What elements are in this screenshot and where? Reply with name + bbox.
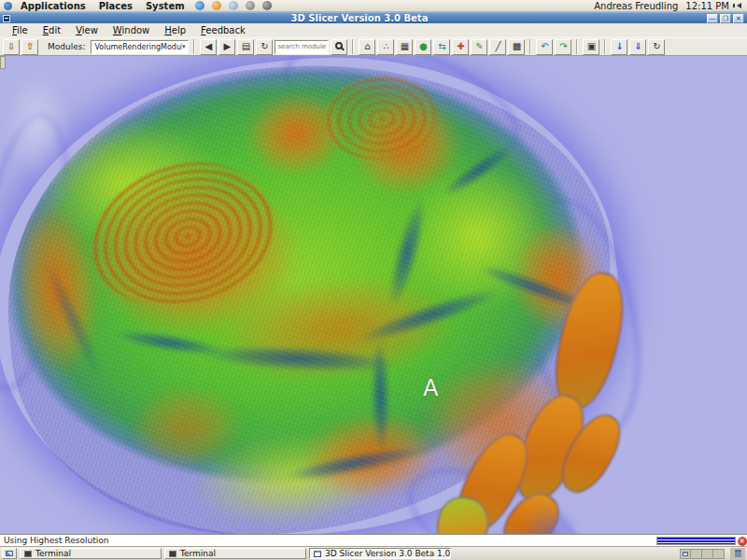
taskbar-item-terminal-1[interactable]: Terminal <box>20 548 162 559</box>
cancel-icon[interactable]: ✕ <box>738 537 747 546</box>
fiducials-module-button[interactable]: ✚ <box>452 39 469 55</box>
module-refresh-button[interactable]: ↻ <box>256 39 273 55</box>
gnome-panel: Applications Places System Andreas Freud… <box>0 0 747 12</box>
feedback-menu[interactable]: Feedback <box>194 24 252 36</box>
taskbar-item-terminal-2[interactable]: Terminal <box>164 548 306 559</box>
show-desktop-button[interactable] <box>2 548 17 559</box>
trash-button[interactable] <box>730 548 745 560</box>
computer-icon[interactable] <box>246 1 255 10</box>
toolbar-separator <box>529 39 531 54</box>
user-name[interactable]: Andreas Freudling <box>594 1 678 11</box>
close-button[interactable]: ✕ <box>733 14 744 23</box>
window-menu[interactable]: Window <box>106 24 156 36</box>
colors-module-button[interactable]: ▩ <box>508 39 525 55</box>
workspace-2[interactable] <box>691 549 702 559</box>
desktop: Applications Places System Andreas Freud… <box>0 0 747 560</box>
window-menu-icon[interactable] <box>3 15 10 22</box>
chevron-down-icon: ▾ <box>182 43 186 50</box>
app-menubar: File Edit View Window Help Feedback <box>0 23 747 37</box>
data-module-button[interactable]: ∴ <box>377 39 394 55</box>
web-browser-icon[interactable] <box>195 1 204 10</box>
frame-grab-button[interactable]: ↓ <box>611 39 627 55</box>
toolbar-separator <box>604 39 606 54</box>
status-message: Using Highest Resolution <box>4 536 108 545</box>
taskbar: Terminal Terminal 3D Slicer Version 3.0 … <box>0 546 747 560</box>
volume-icon[interactable] <box>737 3 741 8</box>
workspace-3[interactable] <box>702 549 713 559</box>
module-selector[interactable]: VolumeRenderingModule ▾ <box>91 40 189 54</box>
minimize-button[interactable]: — <box>707 14 718 23</box>
window-titlebar[interactable]: 3D Slicer Version 3.0 Beta — ❐ ✕ <box>0 12 747 23</box>
workspace-window-thumb <box>683 552 688 556</box>
volumes-module-button[interactable]: ▦ <box>396 39 413 55</box>
3d-viewport[interactable]: A <box>0 56 747 534</box>
magnifier-icon <box>335 42 343 49</box>
help-menu[interactable]: Help <box>158 24 192 36</box>
transforms-module-button[interactable]: ⇆ <box>433 39 450 55</box>
clock[interactable]: 12:11 PM <box>685 1 729 11</box>
system-menu[interactable]: System <box>141 0 190 11</box>
toolbar-separator <box>576 39 578 54</box>
workspace-1[interactable] <box>680 549 691 559</box>
movie-grab-button[interactable]: ⇓ <box>629 39 646 55</box>
redo-button[interactable]: ↷ <box>555 39 571 55</box>
home-module-button[interactable]: ⌂ <box>359 39 375 55</box>
trash-icon <box>735 550 741 557</box>
places-menu[interactable]: Places <box>94 0 137 11</box>
save-scene-button[interactable]: ⇧ <box>21 39 38 55</box>
view-menu[interactable]: View <box>69 24 105 36</box>
email-icon[interactable] <box>212 1 221 10</box>
orientation-marker-anterior: A <box>423 375 438 401</box>
window-icon <box>314 551 321 557</box>
load-scene-button[interactable]: ⇩ <box>3 39 20 55</box>
terminal-icon <box>24 551 32 557</box>
window-title: 3D Slicer Version 3.0 Beta <box>14 13 705 24</box>
workspace-4[interactable] <box>713 549 725 559</box>
module-next-button[interactable]: ▶ <box>218 39 235 55</box>
applications-menu[interactable]: Applications <box>16 0 91 11</box>
terminal-icon <box>169 551 176 557</box>
toolbar-separator <box>193 39 195 54</box>
edit-menu[interactable]: Edit <box>36 24 67 36</box>
taskbar-item-label: 3D Slicer Version 3.0 Beta 1.0 <box>325 549 450 558</box>
module-selector-value: VolumeRenderingModule <box>94 43 181 51</box>
distro-logo-icon[interactable] <box>4 2 12 10</box>
panel-toggle-handle[interactable] <box>0 56 6 69</box>
render-haze <box>5 70 70 182</box>
show-desktop-icon <box>6 551 13 556</box>
taskbar-item-slicer[interactable]: 3D Slicer Version 3.0 Beta 1.0 <box>309 548 451 559</box>
taskbar-item-label: Terminal <box>180 549 216 558</box>
module-search-button[interactable] <box>331 39 347 55</box>
view-refresh-button[interactable]: ↻ <box>648 39 665 55</box>
undo-button[interactable]: ↶ <box>536 39 553 55</box>
editor-module-button[interactable]: ✎ <box>471 39 487 55</box>
taskbar-item-label: Terminal <box>35 549 71 558</box>
toolbar-separator <box>352 39 354 54</box>
screen-capture-button[interactable]: ▣ <box>583 39 599 55</box>
help-icon[interactable] <box>229 1 238 10</box>
module-search-input[interactable] <box>275 40 329 54</box>
printer-icon[interactable] <box>262 1 272 10</box>
file-menu[interactable]: File <box>6 24 35 36</box>
maximize-button[interactable]: ❐ <box>720 14 731 23</box>
status-bar: Using Highest Resolution ✕ <box>0 534 747 546</box>
models-module-button[interactable]: ● <box>415 39 431 55</box>
module-history-button[interactable]: ▤ <box>237 39 254 55</box>
app-toolbar: ⇩ ⇧ Modules: VolumeRenderingModule ▾ ◀ ▶… <box>0 37 747 56</box>
measurements-module-button[interactable]: ╱ <box>489 39 506 55</box>
progress-bar <box>656 537 736 545</box>
modules-label: Modules: <box>48 42 85 51</box>
module-prev-button[interactable]: ◀ <box>200 39 217 55</box>
